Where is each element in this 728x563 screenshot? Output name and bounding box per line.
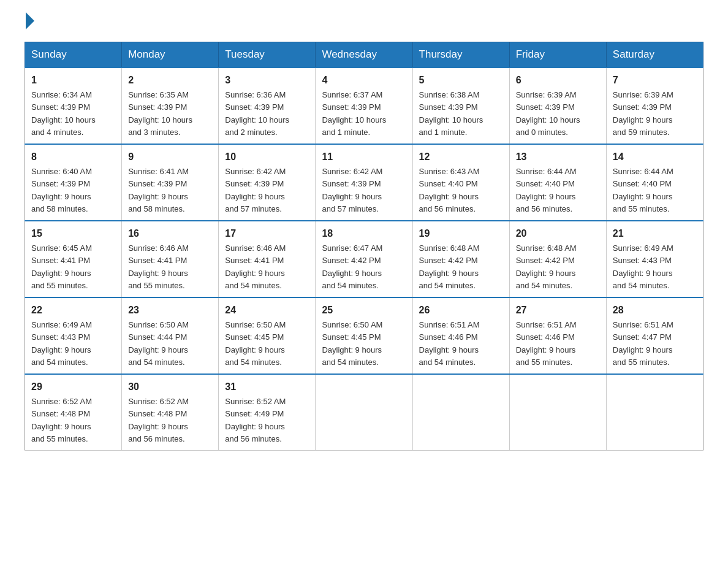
day-number: 31 <box>225 380 309 394</box>
day-info: Sunrise: 6:46 AMSunset: 4:41 PMDaylight:… <box>128 243 189 290</box>
calendar-cell: 18 Sunrise: 6:47 AMSunset: 4:42 PMDaylig… <box>316 221 412 297</box>
day-number: 11 <box>322 150 406 164</box>
day-number: 12 <box>419 150 503 164</box>
day-number: 16 <box>128 226 212 241</box>
day-number: 27 <box>516 303 600 318</box>
week-row-5: 29 Sunrise: 6:52 AMSunset: 4:48 PMDaylig… <box>25 374 703 451</box>
day-number: 6 <box>516 73 600 88</box>
calendar-cell: 27 Sunrise: 6:51 AMSunset: 4:46 PMDaylig… <box>509 297 606 374</box>
day-number: 7 <box>613 73 697 88</box>
header-tuesday: Tuesday <box>219 42 316 68</box>
day-number: 17 <box>225 226 309 241</box>
day-number: 9 <box>128 150 212 164</box>
calendar-cell: 12 Sunrise: 6:43 AMSunset: 4:40 PMDaylig… <box>412 144 509 221</box>
calendar-cell: 30 Sunrise: 6:52 AMSunset: 4:48 PMDaylig… <box>122 374 219 451</box>
header-sunday: Sunday <box>25 42 122 68</box>
day-number: 18 <box>322 226 406 241</box>
calendar-cell: 15 Sunrise: 6:45 AMSunset: 4:41 PMDaylig… <box>25 221 122 297</box>
day-info: Sunrise: 6:34 AMSunset: 4:39 PMDaylight:… <box>31 90 96 137</box>
day-number: 2 <box>128 73 212 88</box>
calendar-cell: 14 Sunrise: 6:44 AMSunset: 4:40 PMDaylig… <box>606 144 703 221</box>
page-header <box>25 18 703 29</box>
week-row-1: 1 Sunrise: 6:34 AMSunset: 4:39 PMDayligh… <box>25 67 703 144</box>
day-info: Sunrise: 6:49 AMSunset: 4:43 PMDaylight:… <box>613 243 673 290</box>
calendar-cell: 23 Sunrise: 6:50 AMSunset: 4:44 PMDaylig… <box>122 297 219 374</box>
day-number: 10 <box>225 150 309 164</box>
day-number: 15 <box>31 226 115 241</box>
day-number: 29 <box>31 380 115 394</box>
calendar-cell: 5 Sunrise: 6:38 AMSunset: 4:39 PMDayligh… <box>412 67 509 144</box>
day-info: Sunrise: 6:45 AMSunset: 4:41 PMDaylight:… <box>31 243 92 290</box>
day-info: Sunrise: 6:44 AMSunset: 4:40 PMDaylight:… <box>516 167 577 213</box>
calendar-cell: 28 Sunrise: 6:51 AMSunset: 4:47 PMDaylig… <box>606 297 703 374</box>
day-number: 1 <box>31 73 115 88</box>
day-number: 25 <box>322 303 406 318</box>
calendar-cell: 10 Sunrise: 6:42 AMSunset: 4:39 PMDaylig… <box>219 144 316 221</box>
calendar-cell: 11 Sunrise: 6:42 AMSunset: 4:39 PMDaylig… <box>316 144 412 221</box>
day-number: 28 <box>613 303 697 318</box>
day-info: Sunrise: 6:47 AMSunset: 4:42 PMDaylight:… <box>322 243 382 290</box>
calendar-cell: 24 Sunrise: 6:50 AMSunset: 4:45 PMDaylig… <box>219 297 316 374</box>
day-info: Sunrise: 6:37 AMSunset: 4:39 PMDaylight:… <box>322 90 386 137</box>
calendar-cell: 6 Sunrise: 6:39 AMSunset: 4:39 PMDayligh… <box>509 67 606 144</box>
day-info: Sunrise: 6:51 AMSunset: 4:46 PMDaylight:… <box>419 320 480 367</box>
calendar-cell: 7 Sunrise: 6:39 AMSunset: 4:39 PMDayligh… <box>606 67 703 144</box>
header-monday: Monday <box>122 42 219 68</box>
day-info: Sunrise: 6:48 AMSunset: 4:42 PMDaylight:… <box>516 243 577 290</box>
day-info: Sunrise: 6:52 AMSunset: 4:48 PMDaylight:… <box>128 397 189 443</box>
calendar-cell: 9 Sunrise: 6:41 AMSunset: 4:39 PMDayligh… <box>122 144 219 221</box>
day-info: Sunrise: 6:42 AMSunset: 4:39 PMDaylight:… <box>322 167 382 213</box>
calendar-cell: 29 Sunrise: 6:52 AMSunset: 4:48 PMDaylig… <box>25 374 122 451</box>
calendar-cell: 19 Sunrise: 6:48 AMSunset: 4:42 PMDaylig… <box>412 221 509 297</box>
calendar-cell <box>316 374 412 451</box>
day-number: 19 <box>419 226 503 241</box>
day-number: 8 <box>31 150 115 164</box>
day-info: Sunrise: 6:42 AMSunset: 4:39 PMDaylight:… <box>225 167 286 213</box>
calendar-cell: 8 Sunrise: 6:40 AMSunset: 4:39 PMDayligh… <box>25 144 122 221</box>
day-number: 3 <box>225 73 309 88</box>
header-wednesday: Wednesday <box>316 42 412 68</box>
day-info: Sunrise: 6:43 AMSunset: 4:40 PMDaylight:… <box>419 167 480 213</box>
header-thursday: Thursday <box>412 42 509 68</box>
week-row-4: 22 Sunrise: 6:49 AMSunset: 4:43 PMDaylig… <box>25 297 703 374</box>
logo-triangle-icon <box>26 12 34 29</box>
day-info: Sunrise: 6:51 AMSunset: 4:46 PMDaylight:… <box>516 320 577 367</box>
day-info: Sunrise: 6:38 AMSunset: 4:39 PMDaylight:… <box>419 90 483 137</box>
day-info: Sunrise: 6:41 AMSunset: 4:39 PMDaylight:… <box>128 167 189 213</box>
day-number: 23 <box>128 303 212 318</box>
calendar-cell: 17 Sunrise: 6:46 AMSunset: 4:41 PMDaylig… <box>219 221 316 297</box>
calendar-cell: 21 Sunrise: 6:49 AMSunset: 4:43 PMDaylig… <box>606 221 703 297</box>
week-row-2: 8 Sunrise: 6:40 AMSunset: 4:39 PMDayligh… <box>25 144 703 221</box>
calendar-cell: 2 Sunrise: 6:35 AMSunset: 4:39 PMDayligh… <box>122 67 219 144</box>
day-number: 26 <box>419 303 503 318</box>
day-info: Sunrise: 6:50 AMSunset: 4:45 PMDaylight:… <box>225 320 286 367</box>
calendar-cell: 1 Sunrise: 6:34 AMSunset: 4:39 PMDayligh… <box>25 67 122 144</box>
day-info: Sunrise: 6:50 AMSunset: 4:45 PMDaylight:… <box>322 320 382 367</box>
day-info: Sunrise: 6:44 AMSunset: 4:40 PMDaylight:… <box>613 167 673 213</box>
day-number: 30 <box>128 380 212 394</box>
calendar-cell <box>606 374 703 451</box>
calendar-header-row: SundayMondayTuesdayWednesdayThursdayFrid… <box>25 42 703 68</box>
calendar-cell <box>509 374 606 451</box>
calendar-cell: 22 Sunrise: 6:49 AMSunset: 4:43 PMDaylig… <box>25 297 122 374</box>
calendar-cell: 20 Sunrise: 6:48 AMSunset: 4:42 PMDaylig… <box>509 221 606 297</box>
calendar-cell: 31 Sunrise: 6:52 AMSunset: 4:49 PMDaylig… <box>219 374 316 451</box>
calendar-cell: 16 Sunrise: 6:46 AMSunset: 4:41 PMDaylig… <box>122 221 219 297</box>
calendar-cell: 26 Sunrise: 6:51 AMSunset: 4:46 PMDaylig… <box>412 297 509 374</box>
header-saturday: Saturday <box>606 42 703 68</box>
calendar-cell: 4 Sunrise: 6:37 AMSunset: 4:39 PMDayligh… <box>316 67 412 144</box>
day-info: Sunrise: 6:52 AMSunset: 4:48 PMDaylight:… <box>31 397 92 443</box>
day-number: 22 <box>31 303 115 318</box>
day-info: Sunrise: 6:39 AMSunset: 4:39 PMDaylight:… <box>613 90 673 137</box>
day-number: 5 <box>419 73 503 88</box>
day-info: Sunrise: 6:50 AMSunset: 4:44 PMDaylight:… <box>128 320 189 367</box>
day-number: 4 <box>322 73 406 88</box>
day-number: 14 <box>613 150 697 164</box>
header-friday: Friday <box>509 42 606 68</box>
day-info: Sunrise: 6:36 AMSunset: 4:39 PMDaylight:… <box>225 90 289 137</box>
calendar-cell <box>412 374 509 451</box>
day-info: Sunrise: 6:39 AMSunset: 4:39 PMDaylight:… <box>516 90 580 137</box>
week-row-3: 15 Sunrise: 6:45 AMSunset: 4:41 PMDaylig… <box>25 221 703 297</box>
logo <box>25 18 34 29</box>
calendar-cell: 13 Sunrise: 6:44 AMSunset: 4:40 PMDaylig… <box>509 144 606 221</box>
